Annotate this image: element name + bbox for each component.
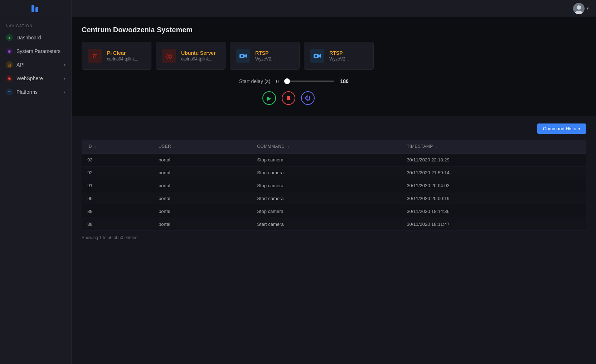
cell-timestamp: 30/11/2020 20:04:03 xyxy=(401,179,586,192)
cell-id: 93 xyxy=(82,154,153,166)
chevron-down-icon: ▾ xyxy=(578,127,580,131)
pi-icon: π xyxy=(88,49,102,63)
nav-section-label: Navigation xyxy=(0,17,71,31)
card-sub: carino94.tplink... xyxy=(181,57,215,62)
cell-id: 89 xyxy=(82,205,153,218)
table-row: 92portalStart camera30/11/2020 21:59:14 xyxy=(82,166,586,179)
cell-timestamp: 30/11/2020 18:11:47 xyxy=(401,218,586,231)
svg-point-4 xyxy=(577,5,581,10)
camera-icon xyxy=(310,49,324,63)
cell-id: 91 xyxy=(82,179,153,192)
power-button[interactable]: ⏻ xyxy=(301,91,315,105)
logo xyxy=(0,0,71,17)
table-row: 90portalStart camera30/11/2020 20:00:19 xyxy=(82,192,586,205)
cell-timestamp: 30/11/2020 22:18:29 xyxy=(401,154,586,166)
device-card-rtsp-2[interactable]: RTSP WyzeV2... xyxy=(304,42,374,70)
svg-rect-1 xyxy=(35,7,38,12)
card-name: Pi Clear xyxy=(107,50,138,56)
avatar xyxy=(573,3,585,14)
sidebar: Navigation ● Dashboard ▣ System Paramete… xyxy=(0,0,72,364)
avatar-chevron-icon: ▾ xyxy=(587,6,589,11)
cell-user: portal xyxy=(153,179,251,192)
col-command: Commmand ↕ xyxy=(251,140,401,154)
delay-slider[interactable] xyxy=(284,81,334,82)
ubuntu-icon: ◎ xyxy=(162,49,176,63)
sidebar-item-label: API xyxy=(16,62,25,68)
card-name: RTSP xyxy=(329,50,349,56)
cell-command: Stop camera xyxy=(251,205,401,218)
cell-command: Start camera xyxy=(251,218,401,231)
sidebar-item-label: WebSphere xyxy=(16,76,43,81)
col-id: ID ↕ xyxy=(82,140,153,154)
cell-command: Start camera xyxy=(251,166,401,179)
sidebar-item-label: Platforms xyxy=(16,89,38,95)
sidebar-item-platforms[interactable]: ≡ Platforms ▾ xyxy=(0,85,71,99)
sidebar-item-system-parameters[interactable]: ▣ System Parameters xyxy=(0,44,71,58)
chevron-down-icon: ▾ xyxy=(64,63,66,67)
sort-icon: ↕ xyxy=(174,145,176,149)
cell-id: 92 xyxy=(82,166,153,179)
command-table: ID ↕ User ↕ Commmand ↕ Timestamp ↕ xyxy=(82,140,586,231)
card-name: Ubuntu Server xyxy=(181,50,215,56)
sidebar-item-dashboard[interactable]: ● Dashboard xyxy=(0,31,71,44)
col-timestamp: Timestamp ↕ xyxy=(401,140,586,154)
api-icon: ▤ xyxy=(6,61,13,68)
delay-min: 0 xyxy=(276,79,278,84)
sidebar-item-label: Dashboard xyxy=(16,35,41,40)
device-card-rtsp-1[interactable]: RTSP WyzeV2... xyxy=(230,42,300,70)
delay-max: 180 xyxy=(340,78,348,84)
svg-point-8 xyxy=(241,55,243,57)
card-sub: WyzeV2... xyxy=(255,57,275,62)
table-footer: Showing 1 to 50 of 50 entries xyxy=(82,235,586,240)
cell-id: 90 xyxy=(82,192,153,205)
main-content: ▾ Centrum Dowodzenia Systemem π Pi Clear… xyxy=(72,0,596,364)
chevron-down-icon: ▾ xyxy=(64,90,66,94)
cell-user: portal xyxy=(153,205,251,218)
cell-timestamp: 30/11/2020 20:00:19 xyxy=(401,192,586,205)
card-name: RTSP xyxy=(255,50,275,56)
sort-icon: ↕ xyxy=(95,145,97,149)
cell-user: portal xyxy=(153,166,251,179)
device-cards-grid: π Pi Clear carino94.tplink... ◎ Ubuntu S… xyxy=(82,42,586,70)
cell-timestamp: 30/11/2020 18:14:36 xyxy=(401,205,586,218)
command-history-button[interactable]: Command Histo ▾ xyxy=(537,123,586,134)
table-row: 91portalStop camera30/11/2020 20:04:03 xyxy=(82,179,586,192)
table-row: 89portalStop camera30/11/2020 18:14:36 xyxy=(82,205,586,218)
delay-label: Start delay (s) xyxy=(239,78,270,84)
svg-marker-10 xyxy=(319,54,321,58)
card-sub: WyzeV2... xyxy=(329,57,349,62)
bottom-panel: Command Histo ▾ ID ↕ User ↕ Commmand xyxy=(72,116,596,364)
table-row: 93portalStop camera30/11/2020 22:18:29 xyxy=(82,154,586,166)
svg-rect-2 xyxy=(32,5,34,12)
command-history-label: Command Histo xyxy=(543,126,576,131)
camera-icon xyxy=(236,49,250,63)
device-card-pi-clear[interactable]: π Pi Clear carino94.tplink... xyxy=(82,42,151,70)
page-title: Centrum Dowodzenia Systemem xyxy=(82,26,586,34)
device-card-ubuntu-server[interactable]: ◎ Ubuntu Server carino94.tplink... xyxy=(156,42,226,70)
cell-timestamp: 30/11/2020 21:59:14 xyxy=(401,166,586,179)
stop-button[interactable]: ⏹ xyxy=(282,91,295,105)
sort-icon: ↕ xyxy=(287,145,289,149)
sidebar-item-label: System Parameters xyxy=(16,48,60,54)
sidebar-item-websphere[interactable]: ◉ WebSphere ▾ xyxy=(0,72,71,85)
cell-command: Stop camera xyxy=(251,154,401,166)
svg-point-11 xyxy=(315,55,317,57)
control-panel: Centrum Dowodzenia Systemem π Pi Clear c… xyxy=(72,17,596,116)
svg-marker-7 xyxy=(244,54,247,58)
dashboard-icon: ● xyxy=(6,34,13,41)
action-buttons: ▶ ⏹ ⏻ xyxy=(262,91,586,105)
col-user: User ↕ xyxy=(153,140,251,154)
card-sub: carino94.tplink... xyxy=(107,57,138,62)
user-menu[interactable]: ▾ xyxy=(573,3,589,14)
cell-user: portal xyxy=(153,192,251,205)
table-header-row: Command Histo ▾ xyxy=(82,123,586,134)
system-parameters-icon: ▣ xyxy=(6,48,13,55)
websphere-icon: ◉ xyxy=(6,75,13,82)
cell-command: Start camera xyxy=(251,192,401,205)
platforms-icon: ≡ xyxy=(6,88,13,96)
cell-user: portal xyxy=(153,154,251,166)
play-button[interactable]: ▶ xyxy=(262,91,276,105)
sidebar-item-api[interactable]: ▤ API ▾ xyxy=(0,58,71,72)
table-header: ID ↕ User ↕ Commmand ↕ Timestamp ↕ xyxy=(82,140,586,154)
topbar: ▾ xyxy=(72,0,596,17)
